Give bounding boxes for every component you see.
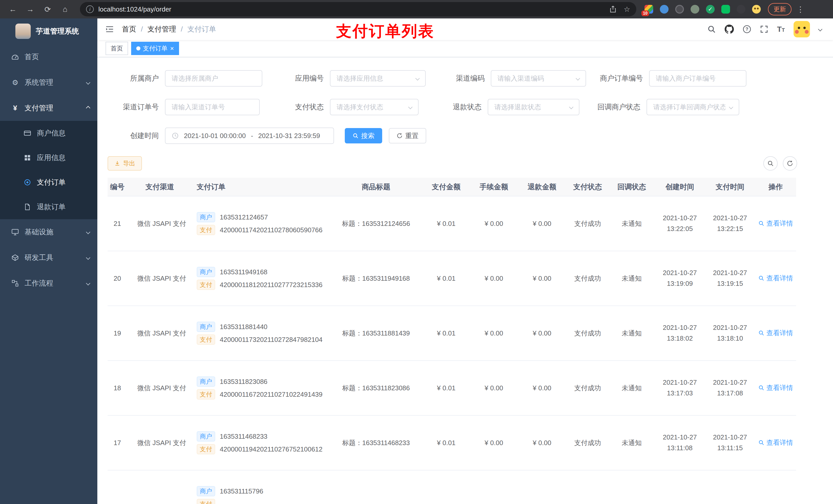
merchant-order-no-input[interactable] [649, 70, 746, 87]
ext-circle-icon[interactable] [691, 5, 699, 14]
cell-id: 19 [108, 306, 137, 361]
ext-check-icon[interactable]: ✓ [706, 5, 715, 14]
cell-fee: ¥ 0.00 [470, 251, 518, 306]
site-info-icon[interactable]: i [86, 5, 94, 13]
merchant-input[interactable] [165, 70, 262, 87]
search-button[interactable]: 搜索 [345, 128, 382, 143]
sidebar-item-refund-order[interactable]: 退款订单 [0, 195, 97, 219]
ext-colorful-icon[interactable]: 10 [644, 5, 653, 14]
sidebar-item-label: 工作流程 [25, 279, 53, 288]
sidebar-item-infra[interactable]: 基础设施 [0, 219, 97, 245]
share-icon[interactable] [610, 6, 617, 13]
select-placeholder: 请选择订单回调商户状态 [653, 103, 725, 112]
view-detail-link[interactable]: 查看详情 [758, 383, 793, 392]
tab-pay-order[interactable]: 支付订单 × [131, 42, 179, 55]
app-title: 芋道管理系统 [36, 26, 79, 36]
view-detail-link[interactable]: 查看详情 [758, 219, 793, 228]
github-icon[interactable] [724, 25, 734, 34]
cell-notify-status: 未通知 [609, 415, 655, 470]
breadcrumb-current: 支付订单 [188, 24, 216, 34]
ext-globe-icon[interactable] [675, 5, 684, 14]
home-icon[interactable]: ⌂ [58, 3, 72, 16]
sidebar-item-pay-order[interactable]: 支付订单 [0, 170, 97, 195]
bookmark-star-icon[interactable]: ☆ [624, 5, 630, 14]
ext-emoji-icon[interactable] [752, 5, 761, 14]
col-pay-time: 支付时间 [705, 178, 755, 196]
forward-icon[interactable]: → [24, 3, 37, 16]
cell-pay-time: 2021-10-2713:17:08 [705, 361, 755, 415]
search-icon[interactable] [707, 25, 716, 33]
cell-pay-order: 商户163531115796 支付 [182, 470, 330, 504]
export-button[interactable]: 导出 [108, 156, 142, 171]
help-icon[interactable]: ? [743, 25, 751, 33]
pay-tag: 支付 [197, 444, 215, 454]
app-logo[interactable]: 芋道管理系统 [0, 19, 97, 44]
cell-fee: ¥ 0.00 [470, 361, 518, 415]
content: 所属商户 应用编号 请选择应用信息 渠道编码 请输入渠道编码 商户订单编号 渠道… [97, 57, 833, 504]
app-select[interactable]: 请选择应用信息 [330, 70, 426, 87]
browser-menu-icon[interactable]: ⋮ [796, 5, 804, 14]
reload-icon[interactable]: ⟳ [41, 3, 54, 16]
cell-amount: ¥ 0.01 [422, 361, 470, 415]
view-detail-link[interactable]: 查看详情 [758, 274, 793, 283]
update-button[interactable]: 更新 [768, 3, 791, 15]
cell-refund: ¥ 0.00 [518, 251, 567, 306]
url-host: localhost:1024 [98, 5, 141, 13]
ext-drop-icon[interactable] [660, 5, 669, 14]
merchant-tag: 商户 [197, 377, 215, 387]
ext-chat-icon[interactable] [721, 5, 730, 14]
breadcrumb-section[interactable]: 支付管理 [147, 24, 176, 34]
sidebar-item-home[interactable]: 首页 [0, 44, 97, 70]
field-label: 所属商户 [108, 73, 165, 83]
date-range-picker[interactable]: 2021-10-01 00:00:00 - 2021-10-31 23:59:5… [165, 127, 334, 144]
cell-title: 标题：1635311881439 [330, 306, 422, 361]
sidebar-item-payment[interactable]: ¥ 支付管理 [0, 95, 97, 121]
ext-pin-icon[interactable] [737, 5, 745, 14]
pay-no: 4200001194202110276752100612 [220, 446, 323, 453]
field-label: 商户订单编号 [586, 73, 649, 83]
cell-pay-status: 支付成功 [567, 415, 609, 470]
sidebar-item-label: 应用信息 [37, 153, 66, 163]
reset-button[interactable]: 重置 [389, 128, 426, 143]
sidebar-item-workflow[interactable]: 工作流程 [0, 270, 97, 296]
sidebar-item-label: 商户信息 [37, 128, 66, 138]
fullscreen-icon[interactable] [760, 25, 768, 33]
sidebar-item-merchant-info[interactable]: 商户信息 [0, 121, 97, 145]
active-dot [136, 46, 140, 50]
cell-channel: 微信 JSAPI 支付 [137, 251, 182, 306]
cell-id: 18 [108, 361, 137, 415]
cell-action: 查看详情 [755, 251, 796, 306]
toggle-search-icon[interactable] [763, 156, 778, 171]
pay-status-select[interactable]: 请选择支付状态 [330, 99, 419, 115]
cell-fee: ¥ 0.00 [470, 415, 518, 470]
tab-home[interactable]: 首页 [105, 42, 128, 55]
channel-order-no-input[interactable] [165, 99, 260, 115]
sidebar-item-app-info[interactable]: 应用信息 [0, 145, 97, 170]
avatar[interactable] [793, 21, 810, 38]
close-icon[interactable]: × [170, 45, 174, 52]
cell-amount: ¥ 0.01 [422, 196, 470, 251]
address-bar[interactable]: i localhost:1024 /pay/order ☆ [80, 2, 636, 16]
refresh-table-icon[interactable] [783, 156, 797, 171]
back-icon[interactable]: ← [6, 3, 20, 16]
cell-create-time: 2021-10-2713:18:02 [655, 306, 705, 361]
sidebar-item-label: 退款订单 [37, 202, 66, 212]
cell-amount: ¥ 0.01 [422, 251, 470, 306]
view-detail-link[interactable]: 查看详情 [758, 329, 793, 338]
table-row: 17 微信 JSAPI 支付 商户1635311468233 支付4200001… [108, 415, 796, 470]
callback-status-select[interactable]: 请选择订单回调商户状态 [646, 99, 739, 115]
avatar-caret-icon[interactable] [818, 27, 823, 31]
cell-channel: 微信 JSAPI 支付 [137, 361, 182, 415]
font-size-icon[interactable]: TT [777, 25, 785, 33]
cell-pay-order: 商户1635311881440 支付4200001173202110272847… [182, 306, 330, 361]
view-detail-link[interactable]: 查看详情 [758, 438, 793, 447]
sidebar-fold-icon[interactable] [105, 25, 114, 34]
channel-code-select[interactable]: 请输入渠道编码 [491, 70, 586, 87]
sidebar-item-dev-tools[interactable]: 研发工具 [0, 245, 97, 270]
breadcrumb-home[interactable]: 首页 [122, 24, 136, 34]
select-placeholder: 请输入渠道编码 [497, 74, 544, 83]
sidebar-item-system[interactable]: ⚙ 系统管理 [0, 70, 97, 95]
chevron-down-icon [415, 76, 420, 81]
refund-status-select[interactable]: 请选择退款状态 [488, 99, 579, 115]
field-label: 渠道编码 [426, 73, 491, 83]
